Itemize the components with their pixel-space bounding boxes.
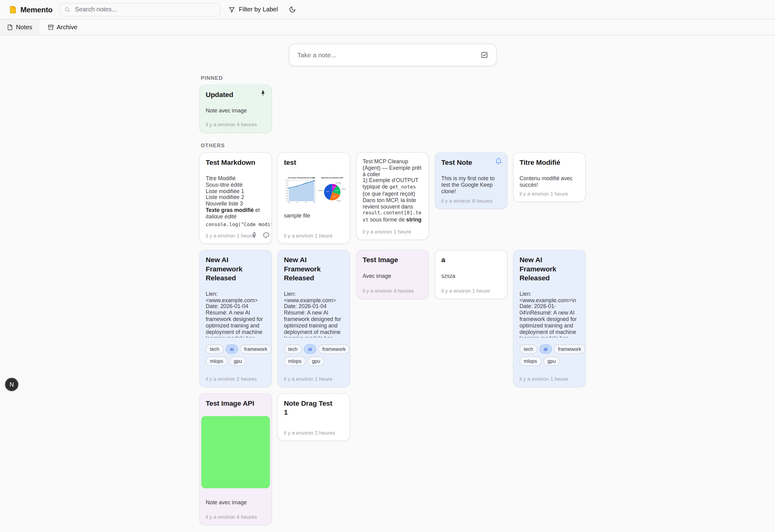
note-timestamp: il y a environ 2 heures xyxy=(206,376,257,382)
tab-bar: Notes Archive xyxy=(0,19,775,35)
note-card-updated[interactable]: Updated Note avec image il y a environ 4… xyxy=(199,85,272,133)
note-card-titre-modifie[interactable]: Titre Modifié Contenu modifié avec succè… xyxy=(513,152,586,202)
note-content: Note avec image xyxy=(206,108,265,114)
svg-text:Répartition des Revenus 2024: Répartition des Revenus 2024 xyxy=(321,177,343,179)
code-line: console.log("Code modifié a xyxy=(206,219,271,228)
note-timestamp: il y a environ 6 heures xyxy=(442,197,493,203)
note-image-green xyxy=(201,416,270,488)
note-composer[interactable] xyxy=(289,44,497,66)
svg-text:40: 40 xyxy=(286,190,287,191)
svg-text:80: 80 xyxy=(286,180,287,181)
note-card-test-image[interactable]: Test Image Avec image il y a environ 4 h… xyxy=(356,250,429,299)
note-card-test[interactable]: test Croissance Trimestrielle du CA (M€)… xyxy=(277,152,350,244)
note-title: New AI Framework Released xyxy=(284,256,344,282)
label-chip-ai[interactable]: ai xyxy=(304,344,316,354)
note-image-charts: Croissance Trimestrielle du CA (M€)01020… xyxy=(284,175,344,206)
note-content: Contenu modifié avec succès! xyxy=(520,175,579,187)
section-label-others: OTHERS xyxy=(201,142,225,148)
note-card-test-markdown[interactable]: Test Markdown Titre Modifié Sous-titre é… xyxy=(199,152,272,244)
label-chip[interactable]: framework xyxy=(240,344,271,354)
label-row: tech ai framework xyxy=(206,337,265,354)
svg-text:25.0%: 25.0% xyxy=(332,196,336,197)
label-chip[interactable]: gpu xyxy=(308,356,324,366)
note-card-mcp-cleanup[interactable]: Test MCP Cleanup (Agent) — Exemple prêt … xyxy=(356,152,429,240)
code-text: get_notes xyxy=(390,184,416,190)
note-title: Updated xyxy=(206,91,265,99)
svg-text:Q2: Q2 xyxy=(296,201,298,203)
svg-text:20.0%: 20.0% xyxy=(335,190,339,191)
app-window: Memento Filter by Label Notes Archive PI… xyxy=(0,0,775,532)
note-title: test xyxy=(284,158,344,167)
svg-text:0: 0 xyxy=(286,201,287,202)
user-avatar[interactable]: N xyxy=(5,378,18,391)
note-card-test-note[interactable]: Test Note This is my first note to test … xyxy=(435,152,508,209)
label-chip[interactable]: tech xyxy=(206,344,223,354)
note-card-ai-framework-3[interactable]: New AI Framework Released Lien: <www.exa… xyxy=(513,250,586,387)
note-title: Note Drag Test 1 xyxy=(284,399,344,417)
pin-note-button[interactable] xyxy=(251,232,258,238)
label-chip[interactable]: gpu xyxy=(229,356,246,366)
tab-notes[interactable]: Notes xyxy=(0,19,39,35)
svg-text:Licences: Licences xyxy=(341,188,346,190)
note-title: Test Image API xyxy=(206,399,265,408)
note-title: New AI Framework Released xyxy=(520,256,579,282)
label-chip-ai[interactable]: ai xyxy=(226,344,238,354)
note-title: a xyxy=(442,256,501,265)
svg-text:Q3: Q3 xyxy=(305,201,307,203)
label-chip[interactable]: tech xyxy=(520,344,537,354)
note-timestamp: il y a environ 4 heures xyxy=(206,121,257,127)
tab-archive[interactable]: Archive xyxy=(41,19,84,35)
file-icon xyxy=(7,24,13,30)
tab-notes-label: Notes xyxy=(16,24,32,31)
take-a-note-input[interactable] xyxy=(296,51,480,59)
note-timestamp: il y a environ 1 heure xyxy=(284,376,332,382)
color-palette-button[interactable] xyxy=(263,232,270,238)
pin-icon[interactable] xyxy=(259,90,267,97)
note-title: Test Note xyxy=(442,158,501,167)
search-icon xyxy=(64,6,70,12)
pushpin-filled-icon xyxy=(259,90,267,97)
new-checklist-button[interactable] xyxy=(480,50,489,60)
label-chip-ai[interactable]: ai xyxy=(540,344,552,354)
note-card-ai-framework-1[interactable]: New AI Framework Released Lien: <www.exa… xyxy=(199,250,272,387)
note-content: Avec image xyxy=(362,273,422,279)
label-row: tech ai framework xyxy=(520,337,579,354)
reminder-bell-button[interactable] xyxy=(495,158,502,165)
svg-text:50: 50 xyxy=(286,187,287,189)
note-card-a[interactable]: a szsza il y a environ 1 heure xyxy=(435,250,508,299)
search-input[interactable] xyxy=(74,6,215,14)
app-title: Memento xyxy=(20,5,52,14)
filter-by-label-button[interactable]: Filter by Label xyxy=(226,4,281,15)
bold-text: Texte gras modifié xyxy=(206,207,254,213)
note-timestamp: il y a environ 1 heure xyxy=(520,376,568,382)
note-content: Note avec image xyxy=(206,499,265,506)
dark-mode-toggle[interactable] xyxy=(287,4,298,15)
label-chip[interactable]: mlops xyxy=(206,356,227,366)
italic-text: italique édité xyxy=(206,213,236,219)
note-card-ai-framework-2[interactable]: New AI Framework Released Lien: <www.exa… xyxy=(277,250,350,387)
svg-text:Produits: Produits xyxy=(318,190,323,191)
label-chip[interactable]: tech xyxy=(284,344,302,354)
note-timestamp: il y a environ 2 heures xyxy=(284,429,335,435)
note-content: Lien: <www.example.com>\nDate: 2026-01-0… xyxy=(520,290,579,337)
note-title: Titre Modifié xyxy=(520,158,579,167)
funnel-icon xyxy=(229,6,235,13)
svg-text:45.0%: 45.0% xyxy=(326,190,329,192)
search-bar[interactable] xyxy=(59,3,220,16)
note-card-test-image-api[interactable]: Test Image API Note avec image il y a en… xyxy=(199,393,272,525)
note-timestamp: il y a environ 4 heures xyxy=(206,514,257,519)
svg-text:Services: Services xyxy=(336,200,341,201)
note-text: sous forme de xyxy=(368,217,406,222)
label-chip[interactable]: mlops xyxy=(284,356,306,366)
label-chip[interactable]: framework xyxy=(554,344,585,354)
pie-chart-thumbnail: Répartition des Revenus 2024Consulting10… xyxy=(320,175,345,206)
note-timestamp: il y a environ 4 heures xyxy=(362,288,414,294)
note-timestamp: il y a environ 1 heure xyxy=(206,232,254,238)
label-chip[interactable]: framework xyxy=(318,344,350,354)
label-chip[interactable]: mlops xyxy=(520,356,541,366)
svg-text:Croissance Trimestrielle du CA: Croissance Trimestrielle du CA (M€) xyxy=(288,177,315,179)
note-card-drag-test[interactable]: Note Drag Test 1 Content for drag test i… xyxy=(277,393,350,441)
section-label-pinned: PINNED xyxy=(201,75,223,80)
label-chip[interactable]: gpu xyxy=(543,356,560,366)
code-text: console.log("Code modifié a xyxy=(206,222,271,227)
